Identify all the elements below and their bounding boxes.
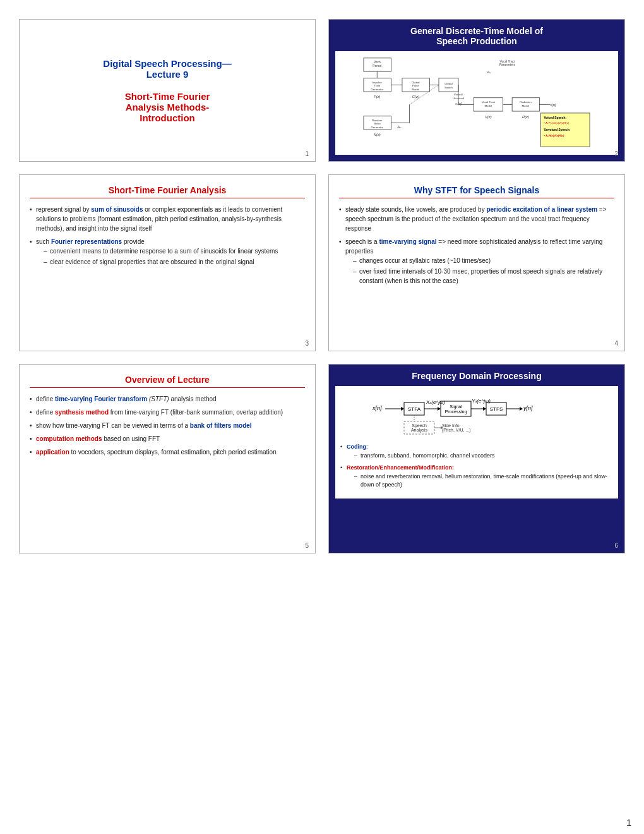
svg-text:Xₐ(e^jω): Xₐ(e^jω) (426, 399, 445, 405)
slide5-bullet-2: define synthesis method from time-varyin… (30, 408, 305, 417)
svg-text:Model: Model (484, 104, 492, 107)
slide4-bullet-2: speech is a time-varying signal => need … (339, 237, 614, 286)
slide6-restoration-sub: noise and reverberation removal, helium … (347, 473, 613, 490)
slide3-sub-2: clear evidence of signal properties that… (44, 257, 305, 267)
slide4-heading: Why STFT for Speech Signals (339, 185, 614, 198)
slide3-sub-1: convenient means to determine response t… (44, 246, 305, 256)
svg-text:Generator: Generator (371, 88, 383, 91)
svg-text:(Pitch, V/U, ...): (Pitch, V/U, ...) (442, 428, 471, 433)
svg-text:STFS: STFS (490, 406, 503, 412)
svg-text:Signal: Signal (450, 404, 462, 409)
svg-text:Glottal: Glottal (444, 82, 453, 85)
slide6-restoration: Restoration/Enhancement/Modification: no… (340, 464, 613, 490)
slide-3: Short-Time Fourier Analysis represent si… (19, 174, 316, 351)
svg-rect-60 (441, 401, 471, 416)
svg-text:Unvoiced Speech:: Unvoiced Speech: (544, 128, 570, 131)
slide3-bullets: represent signal by sum of sinusoids or … (30, 205, 305, 267)
svg-text:Pulse: Pulse (412, 84, 419, 87)
svg-text:Voiced Speech:: Voiced Speech: (544, 116, 566, 119)
svg-text:Voiced/: Voiced/ (454, 93, 463, 96)
slide4-bullet-1: steady state sounds, like vowels, are pr… (339, 205, 614, 233)
svg-text:Parameters: Parameters (499, 63, 516, 66)
svg-text:• AₙN(z)V(z)R(z): • AₙN(z)V(z)R(z) (544, 134, 564, 137)
svg-text:Pitch: Pitch (374, 61, 381, 64)
slide-6: Frequency Domain Processing x[n] STFA Xₐ… (328, 364, 625, 553)
slide1-number: 1 (305, 150, 309, 157)
slides-grid: Digital Speech Processing— Lecture 9 Sho… (19, 19, 625, 553)
slide-5: Overview of Lecture define time-varying … (19, 364, 316, 553)
svg-text:Vocal Tract: Vocal Tract (499, 60, 515, 63)
page-number: 1 (626, 818, 631, 828)
slide3-bullet-1: represent signal by sum of sinusoids or … (30, 205, 305, 233)
slide3-heading: Short-Time Fourier Analysis (30, 185, 305, 198)
svg-text:Model: Model (412, 88, 419, 91)
speech-model-diagram: Pitch Period Impulse Train Generator P(z… (339, 55, 614, 150)
svg-marker-54 (401, 407, 404, 411)
svg-text:Aₙ: Aₙ (397, 125, 402, 129)
svg-text:• AᵥP(z)G(z)V(z)R(z): • AᵥP(z)G(z)V(z)R(z) (544, 121, 569, 124)
svg-text:Train: Train (374, 84, 380, 87)
slide5-bullet-5: application to vocoders, spectrum displa… (30, 447, 305, 457)
svg-text:P(z): P(z) (374, 95, 381, 99)
slide6-bullets: Coding: transform, subband, homomorphic,… (340, 443, 613, 490)
svg-text:Period: Period (373, 64, 381, 68)
slide5-bullets: define time-varying Fourier transform (S… (30, 394, 305, 457)
svg-text:Vocal Tract: Vocal Tract (482, 100, 496, 104)
slide5-number: 5 (305, 542, 309, 549)
slide6-content: x[n] STFA Xₐ(e^jω) Signal Processing (335, 386, 618, 499)
slide4-subbullets: changes occur at syllabic rates (~10 tim… (345, 256, 614, 286)
slide5-bullet-1: define time-varying Fourier transform (S… (30, 394, 305, 404)
slide5-heading: Overview of Lecture (30, 375, 305, 388)
svg-text:Noise: Noise (374, 122, 381, 125)
slide4-bullets: steady state sounds, like vowels, are pr… (339, 205, 614, 286)
svg-text:Side Info: Side Info (442, 423, 460, 428)
slide6-number: 6 (614, 542, 618, 549)
svg-text:Switch: Switch (444, 86, 453, 89)
slide6-title: Frequency Domain Processing (335, 371, 618, 381)
svg-text:STFA: STFA (408, 406, 421, 412)
slide4-sub-2: over fixed time intervals of 10-30 msec,… (353, 267, 614, 286)
svg-marker-64 (483, 407, 486, 411)
svg-text:Generator: Generator (371, 126, 383, 129)
slide1-subtitle: Short-Time Fourier Analysis Methods- Int… (125, 91, 210, 123)
slide1-title: Digital Speech Processing— Lecture 9 (103, 58, 231, 80)
svg-text:Glottal: Glottal (412, 81, 420, 84)
slide3-subbullets: convenient means to determine response t… (36, 246, 305, 267)
slide2-diagram: Pitch Period Impulse Train Generator P(z… (335, 51, 618, 155)
svg-marker-69 (520, 407, 523, 411)
freq-domain-diagram: x[n] STFA Xₐ(e^jω) Signal Processing (340, 391, 613, 442)
svg-text:Radiation: Radiation (520, 100, 532, 104)
slide-4: Why STFT for Speech Signals steady state… (328, 174, 625, 351)
slide4-sub-1: changes occur at syllabic rates (~10 tim… (353, 256, 614, 265)
svg-text:Processing: Processing (445, 409, 467, 414)
svg-text:Analysis: Analysis (411, 428, 428, 433)
svg-text:N(z): N(z) (374, 133, 381, 136)
slide6-coding: Coding: transform, subband, homomorphic,… (340, 443, 613, 460)
svg-text:R(z): R(z) (522, 115, 529, 119)
slide6-coding-sub: transform, subband, homomorphic, channel… (347, 452, 613, 461)
svg-marker-58 (438, 407, 441, 411)
slide3-number: 3 (305, 340, 309, 347)
svg-text:Impulse: Impulse (373, 81, 383, 84)
slide5-bullet-3: show how time-varying FT can be viewed i… (30, 421, 305, 430)
svg-text:Aᵥ: Aᵥ (486, 70, 491, 74)
slide4-number: 4 (614, 340, 618, 347)
svg-text:s[n]: s[n] (550, 103, 556, 107)
slide-1: Digital Speech Processing— Lecture 9 Sho… (19, 19, 316, 162)
slide3-bullet-2: such Fourier representations provide con… (30, 237, 305, 267)
svg-text:Yₐ(e^jω): Yₐ(e^jω) (472, 398, 491, 404)
slide2-title: General Discrete-Time Model of Speech Pr… (335, 26, 618, 46)
slide-2: General Discrete-Time Model of Speech Pr… (328, 19, 625, 162)
slide2-number: 2 (614, 150, 618, 157)
slide5-bullet-4: computation methods based on using FFT (30, 434, 305, 444)
svg-text:Random: Random (372, 119, 383, 122)
svg-text:x[n]: x[n] (372, 405, 382, 411)
svg-text:G(z): G(z) (412, 95, 419, 99)
svg-text:Model: Model (522, 104, 529, 107)
svg-text:V(z): V(z) (485, 115, 492, 119)
svg-text:y[n]: y[n] (523, 405, 533, 411)
